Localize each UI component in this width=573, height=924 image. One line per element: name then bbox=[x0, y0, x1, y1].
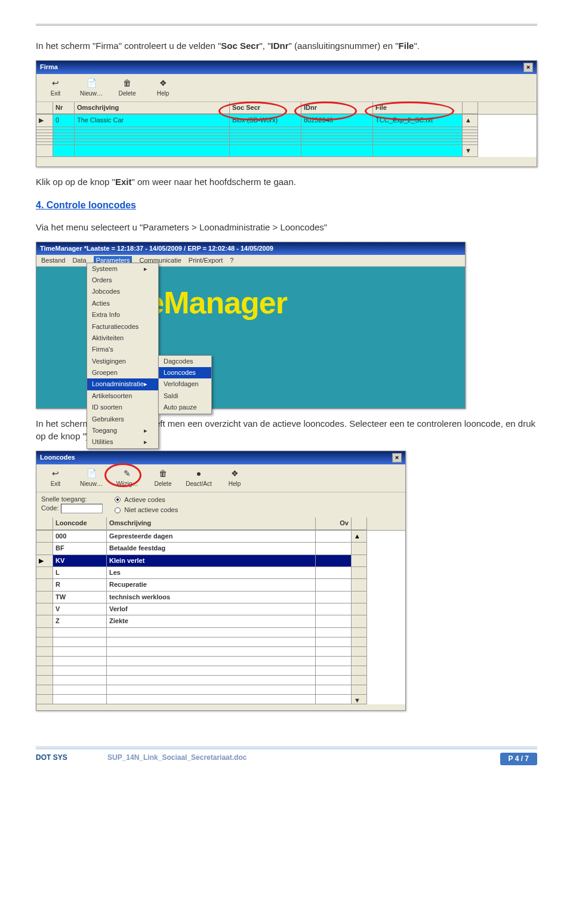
deact-button[interactable]: ●Deact/Act bbox=[182, 467, 215, 489]
menu-item[interactable]: Firma's bbox=[87, 344, 158, 355]
menu-item[interactable]: Vestigingen bbox=[87, 356, 158, 367]
scroll-up-icon[interactable]: ▲ bbox=[463, 115, 478, 127]
cell-file: TCC_Exp_2_SC.txt bbox=[373, 115, 463, 127]
table-row[interactable]: 000Gepresteerde dagen▲ bbox=[36, 531, 405, 543]
table-row[interactable]: VVerlof bbox=[36, 603, 405, 615]
row-marker bbox=[36, 615, 53, 627]
cell-om: The Classic Car bbox=[75, 115, 230, 127]
radio-niet-actief[interactable]: Niet actieve codes bbox=[115, 505, 178, 515]
row-marker bbox=[36, 603, 53, 615]
intro-para: In het scherm "Firma" controleert u de v… bbox=[36, 39, 537, 52]
lbl: Help bbox=[229, 480, 241, 488]
menu-item[interactable]: Aktiviteiten bbox=[87, 332, 158, 344]
lbl: Exit bbox=[51, 480, 61, 488]
radio-actief[interactable]: Actieve codes bbox=[115, 495, 178, 505]
table-row[interactable]: ▶KVKlein verlet bbox=[36, 555, 405, 567]
scroll-icon[interactable]: ▲ bbox=[352, 531, 367, 543]
loon-grid-head: Looncode Omschrijving Ov bbox=[36, 518, 405, 530]
scroll-icon[interactable] bbox=[352, 592, 367, 603]
exit-icon: ↩ bbox=[50, 78, 61, 90]
close-icon[interactable]: × bbox=[523, 63, 533, 72]
menu-item-loonadministratie[interactable]: Loonadministratie▸ bbox=[87, 378, 158, 390]
menu-item[interactable]: Artikelsoorten bbox=[87, 390, 158, 402]
row-marker bbox=[36, 531, 53, 543]
exit-button[interactable]: ↩Exit bbox=[39, 467, 72, 489]
scroll-icon[interactable] bbox=[352, 579, 367, 591]
trash-icon: 🗑 bbox=[157, 468, 169, 480]
close-icon[interactable]: × bbox=[392, 453, 402, 463]
scroll-icon[interactable] bbox=[352, 603, 367, 615]
help-button[interactable]: ❖Help bbox=[218, 467, 251, 489]
help-button[interactable]: ❖Help bbox=[146, 76, 180, 99]
table-row[interactable]: RRecuperatie bbox=[36, 579, 405, 591]
menu-item[interactable]: Facturatiecodes bbox=[87, 321, 158, 332]
menu-item[interactable]: Groepen bbox=[87, 367, 158, 378]
code-input[interactable] bbox=[61, 504, 103, 513]
menu-help[interactable]: ? bbox=[230, 256, 233, 265]
nieuw-button[interactable]: 📄Nieuw… bbox=[75, 467, 108, 489]
row-marker bbox=[36, 543, 53, 555]
cell-om: Verlof bbox=[107, 603, 316, 615]
menu-printexport[interactable]: Print/Export bbox=[189, 256, 223, 265]
txt: " (aansluitingsnummer) en " bbox=[288, 41, 398, 51]
page-top-rule bbox=[36, 24, 537, 27]
menu-item[interactable]: Saldi bbox=[159, 390, 211, 402]
txt: ", " bbox=[260, 41, 271, 51]
scroll-icon[interactable] bbox=[352, 555, 367, 567]
table-row[interactable]: TWtechnisch werkloos bbox=[36, 592, 405, 603]
scroll-icon[interactable] bbox=[352, 567, 367, 579]
lbl: Delete bbox=[155, 480, 172, 488]
edit-icon: ✎ bbox=[121, 468, 133, 480]
para-exit: Klik op op de knop "Exit" om weer naar h… bbox=[36, 175, 537, 188]
table-row[interactable]: BFBetaalde feestdag bbox=[36, 543, 405, 555]
cell-om: Betaalde feestdag bbox=[107, 543, 316, 555]
menu-item[interactable]: Auto pauze bbox=[159, 402, 211, 413]
cell-om: Gepresteerde dagen bbox=[107, 531, 316, 543]
row-marker bbox=[36, 579, 53, 591]
code-label: Code: bbox=[41, 504, 58, 513]
chevron-right-icon: ▸ bbox=[144, 426, 147, 435]
firma-grid-head: Nr Omschrijving Soc Secr IDnr File bbox=[36, 102, 537, 115]
chevron-right-icon: ▸ bbox=[144, 438, 147, 446]
menu-item[interactable]: Utilities▸ bbox=[87, 436, 158, 448]
nieuw-button[interactable]: 📄Nieuw… bbox=[75, 76, 108, 99]
menu-item[interactable]: Systeem▸ bbox=[87, 263, 158, 275]
lbl: Actieve codes bbox=[124, 495, 165, 504]
row-marker bbox=[36, 592, 53, 603]
cell-looncode: R bbox=[53, 579, 107, 591]
table-row[interactable]: ZZiekte bbox=[36, 615, 405, 627]
col-idnr: IDnr bbox=[301, 102, 373, 114]
cell-ov bbox=[316, 531, 352, 543]
col-nr: Nr bbox=[53, 102, 75, 114]
menu-bestand[interactable]: Bestand bbox=[41, 256, 65, 265]
menu-item[interactable]: Gebruikers bbox=[87, 414, 158, 425]
loon-filter-bar: Snelle toegang: Code: Actieve codes Niet… bbox=[36, 492, 405, 518]
parameters-dropdown: Systeem▸ Orders Jobcodes Acties Extra In… bbox=[87, 263, 159, 449]
scroll-icon[interactable] bbox=[352, 615, 367, 627]
footer-right: P 4 / 7 bbox=[500, 753, 537, 765]
wijzig-button[interactable]: ✎Wijzig… bbox=[110, 467, 144, 489]
col-file: File bbox=[373, 102, 463, 114]
menu-item[interactable]: Acties bbox=[87, 298, 158, 309]
menu-data[interactable]: Data bbox=[72, 256, 86, 265]
firma-titlebar: Firma × bbox=[36, 61, 537, 74]
delete-button[interactable]: 🗑Delete bbox=[146, 467, 180, 489]
menu-item[interactable]: Jobcodes bbox=[87, 286, 158, 297]
delete-button[interactable]: 🗑Delete bbox=[110, 76, 144, 99]
menu-item[interactable]: Verlofdagen bbox=[159, 378, 211, 390]
menu-item[interactable]: ID soorten bbox=[87, 402, 158, 413]
table-row[interactable]: LLes bbox=[36, 567, 405, 579]
footer-mid: SUP_14N_Link_Sociaal_Secretariaat.doc bbox=[107, 753, 500, 765]
menu-item[interactable]: Extra Info bbox=[87, 309, 158, 321]
cell-looncode: 000 bbox=[53, 531, 107, 543]
menu-item[interactable]: Dagcodes bbox=[159, 356, 211, 367]
menu-item-looncodes[interactable]: Looncodes bbox=[159, 367, 211, 378]
menu-item[interactable]: Orders bbox=[87, 275, 158, 286]
scroll-icon[interactable] bbox=[352, 543, 367, 555]
chevron-right-icon: ▸ bbox=[144, 264, 147, 273]
menu-item[interactable]: Toegang▸ bbox=[87, 425, 158, 436]
row-marker: ▶ bbox=[36, 115, 53, 127]
table-row[interactable]: ▶ 0 The Classic Car Blox (SD-Worx) 80252… bbox=[36, 115, 537, 127]
cell-soc: Blox (SD-Worx) bbox=[230, 115, 301, 127]
exit-button[interactable]: ↩Exit bbox=[39, 76, 72, 99]
